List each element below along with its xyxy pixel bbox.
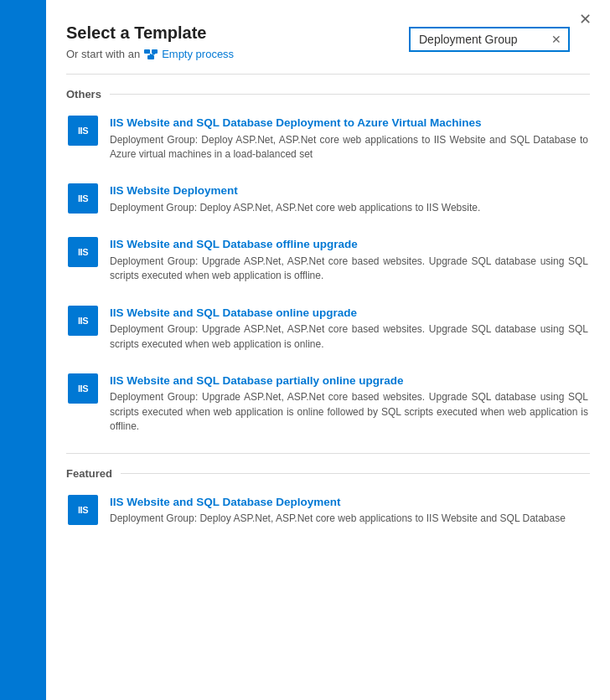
template-desc-4: Deployment Group: Upgrade ASP.Net, ASP.N… <box>110 390 588 434</box>
svg-rect-0 <box>144 49 150 54</box>
template-text-4: IIS Website and SQL Database partially o… <box>110 373 588 435</box>
template-name-featured-0: IIS Website and SQL Database Deployment <box>110 495 588 510</box>
iis-icon-1: IIS <box>68 183 98 214</box>
template-name-3: IIS Website and SQL Database online upgr… <box>110 306 588 321</box>
svg-rect-1 <box>152 49 158 54</box>
sidebar <box>0 0 46 700</box>
template-name-4: IIS Website and SQL Database partially o… <box>110 373 588 389</box>
svg-rect-2 <box>147 55 154 59</box>
template-text-featured-0: IIS Website and SQL Database Deployment … <box>110 495 588 527</box>
search-box: ✕ <box>409 27 570 52</box>
empty-process-link[interactable]: Empty process <box>162 48 234 60</box>
template-item-featured-0[interactable]: IIS IIS Website and SQL Database Deploym… <box>66 492 590 530</box>
template-desc-1: Deployment Group: Deploy ASP.Net, ASP.Ne… <box>110 201 588 215</box>
scroll-area: Others IIS IIS Website and SQL Database … <box>46 74 610 545</box>
section-others: Others IIS IIS Website and SQL Database … <box>46 75 610 438</box>
template-desc-featured-0: Deployment Group: Deploy ASP.Net, ASP.Ne… <box>110 512 588 526</box>
template-desc-3: Deployment Group: Upgrade ASP.Net, ASP.N… <box>110 322 588 352</box>
iis-icon-0: IIS <box>68 116 98 146</box>
close-button[interactable]: ✕ <box>574 10 597 28</box>
template-name-2: IIS Website and SQL Database offline upg… <box>110 237 588 252</box>
main-content: ✕ Select a Template Or start with an Emp… <box>46 0 610 700</box>
search-clear-button[interactable]: ✕ <box>545 30 568 49</box>
template-text-2: IIS Website and SQL Database offline upg… <box>110 237 588 283</box>
template-item-2[interactable]: IIS IIS Website and SQL Database offline… <box>66 234 590 286</box>
iis-icon-4: IIS <box>68 373 98 404</box>
iis-icon-2: IIS <box>68 237 98 267</box>
svg-line-4 <box>151 54 155 55</box>
dialog-container: ✕ Select a Template Or start with an Emp… <box>0 0 610 700</box>
iis-icon-featured-0: IIS <box>68 495 98 525</box>
search-input[interactable] <box>411 28 545 50</box>
empty-process-icon <box>144 49 158 60</box>
section-featured: Featured IIS IIS Website and SQL Databas… <box>46 454 610 530</box>
template-text-0: IIS Website and SQL Database Deployment … <box>110 116 588 162</box>
template-desc-0: Deployment Group: Deploy ASP.Net, ASP.Ne… <box>110 133 588 162</box>
template-item-1[interactable]: IIS IIS Website Deployment Deployment Gr… <box>66 180 590 219</box>
iis-icon-3: IIS <box>68 306 98 336</box>
template-text-3: IIS Website and SQL Database online upgr… <box>110 306 588 352</box>
template-item-4[interactable]: IIS IIS Website and SQL Database partial… <box>66 370 590 438</box>
template-name-1: IIS Website Deployment <box>110 183 588 198</box>
template-desc-2: Deployment Group: Upgrade ASP.Net, ASP.N… <box>110 255 588 284</box>
template-item-0[interactable]: IIS IIS Website and SQL Database Deploym… <box>66 112 590 165</box>
template-text-1: IIS Website Deployment Deployment Group:… <box>110 183 588 215</box>
template-item-3[interactable]: IIS IIS Website and SQL Database online … <box>66 302 590 355</box>
section-label-others: Others <box>66 88 590 100</box>
template-name-0: IIS Website and SQL Database Deployment … <box>110 116 588 131</box>
subtitle-prefix: Or start with an <box>66 48 140 60</box>
section-label-featured: Featured <box>66 467 590 480</box>
